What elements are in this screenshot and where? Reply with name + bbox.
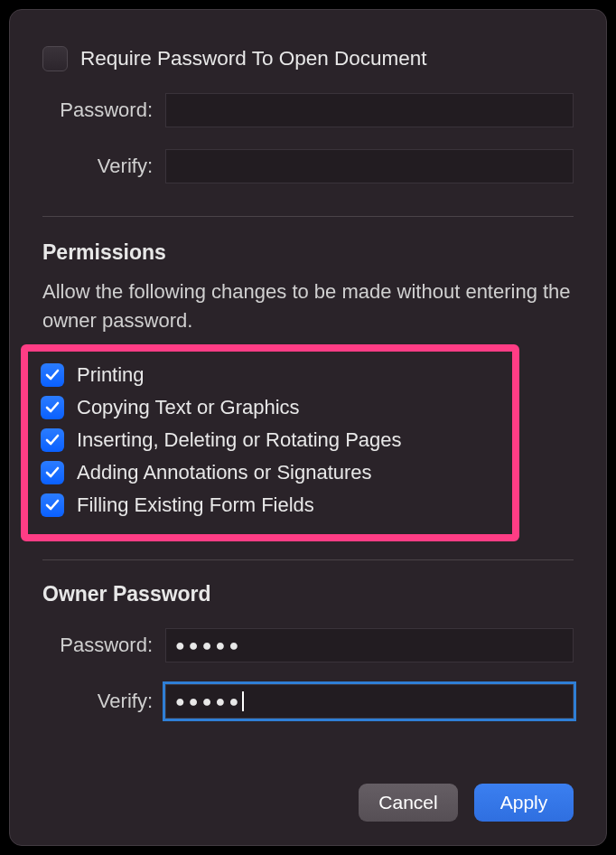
checkbox-checked-icon[interactable] — [41, 493, 64, 517]
owner-verify-row: Verify: ●●●●● — [42, 684, 574, 719]
divider-1 — [42, 216, 574, 217]
open-password-input[interactable] — [165, 93, 574, 127]
cancel-button[interactable]: Cancel — [359, 784, 458, 822]
open-verify-input[interactable] — [165, 149, 574, 183]
owner-verify-input[interactable]: ●●●●● — [165, 684, 574, 719]
permission-pages[interactable]: Inserting, Deleting or Rotating Pages — [41, 424, 503, 456]
password-mask: ●●●●● — [175, 636, 242, 654]
pdf-permissions-sheet: Require Password To Open Document Passwo… — [9, 9, 607, 846]
owner-password-label: Password: — [42, 634, 153, 657]
owner-password-title: Owner Password — [42, 582, 574, 606]
permissions-intro: Allow the following changes to be made w… — [42, 277, 574, 335]
permission-copying[interactable]: Copying Text or Graphics — [41, 391, 503, 424]
checkbox-checked-icon[interactable] — [41, 363, 64, 387]
permission-annotations[interactable]: Adding Annotations or Signatures — [41, 456, 503, 489]
open-password-row: Password: — [42, 93, 574, 127]
divider-2 — [42, 559, 574, 560]
apply-button[interactable]: Apply — [474, 784, 574, 822]
checkbox-checked-icon[interactable] — [41, 428, 64, 452]
permission-form-fields[interactable]: Filling Existing Form Fields — [41, 489, 503, 521]
open-verify-label: Verify: — [42, 155, 153, 178]
require-password-row: Require Password To Open Document — [42, 46, 574, 71]
dialog-footer: Cancel Apply — [359, 784, 574, 822]
open-verify-row: Verify: — [42, 149, 574, 183]
permissions-list: Printing Copying Text or Graphics Insert… — [41, 359, 503, 521]
permission-label: Copying Text or Graphics — [77, 396, 300, 419]
permission-label: Printing — [77, 363, 145, 387]
owner-password-input[interactable]: ●●●●● — [165, 628, 574, 662]
owner-password-section: Owner Password Password: ●●●●● Verify: ●… — [42, 582, 574, 719]
password-mask: ●●●●● — [175, 692, 242, 710]
permission-label: Filling Existing Form Fields — [77, 493, 314, 517]
open-password-label: Password: — [42, 99, 153, 122]
permissions-highlight-box: Printing Copying Text or Graphics Insert… — [21, 344, 519, 541]
permission-printing[interactable]: Printing — [41, 359, 503, 391]
owner-verify-label: Verify: — [42, 690, 153, 713]
permission-label: Inserting, Deleting or Rotating Pages — [77, 428, 402, 452]
text-caret-icon — [242, 691, 244, 711]
require-password-checkbox[interactable] — [42, 46, 68, 71]
require-password-label: Require Password To Open Document — [80, 47, 427, 70]
permissions-title: Permissions — [42, 240, 574, 265]
owner-password-row: Password: ●●●●● — [42, 628, 574, 662]
checkbox-checked-icon[interactable] — [41, 461, 64, 484]
checkbox-checked-icon[interactable] — [41, 396, 64, 419]
permission-label: Adding Annotations or Signatures — [77, 461, 372, 484]
